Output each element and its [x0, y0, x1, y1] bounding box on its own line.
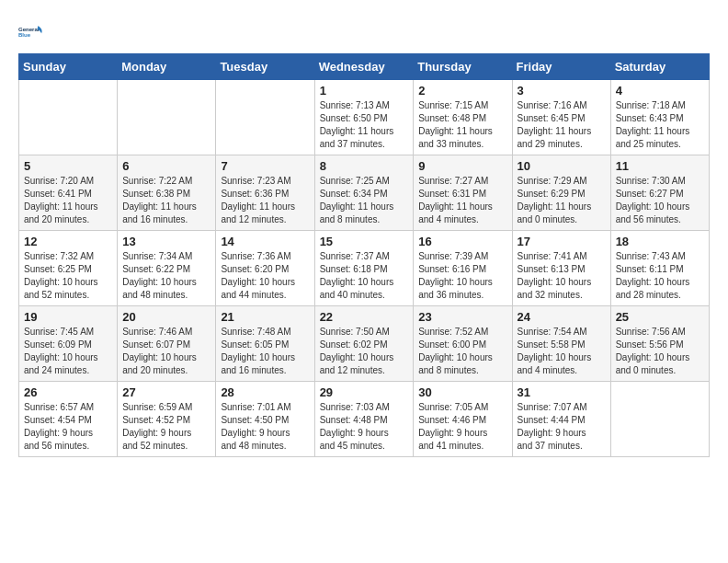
- day-info: Sunrise: 7:05 AM Sunset: 4:46 PM Dayligh…: [418, 401, 506, 453]
- day-number: 13: [122, 235, 210, 248]
- day-cell: 3Sunrise: 7:16 AM Sunset: 6:45 PM Daylig…: [512, 80, 610, 155]
- day-info: Sunrise: 7:45 AM Sunset: 6:09 PM Dayligh…: [24, 326, 112, 377]
- day-cell: 7Sunrise: 7:23 AM Sunset: 6:36 PM Daylig…: [216, 155, 314, 231]
- day-cell: 6Sunrise: 7:22 AM Sunset: 6:38 PM Daylig…: [118, 155, 216, 231]
- day-info: Sunrise: 7:07 AM Sunset: 4:44 PM Dayligh…: [518, 401, 606, 453]
- day-info: Sunrise: 6:59 AM Sunset: 4:52 PM Dayligh…: [122, 401, 210, 453]
- day-info: Sunrise: 7:52 AM Sunset: 6:00 PM Dayligh…: [418, 326, 506, 377]
- day-number: 10: [518, 159, 606, 173]
- day-cell: 17Sunrise: 7:41 AM Sunset: 6:13 PM Dayli…: [512, 231, 610, 306]
- day-number: 8: [320, 159, 409, 173]
- day-cell: 16Sunrise: 7:39 AM Sunset: 6:16 PM Dayli…: [414, 231, 512, 306]
- day-info: Sunrise: 6:57 AM Sunset: 4:54 PM Dayligh…: [24, 401, 112, 453]
- day-number: 21: [221, 310, 309, 324]
- logo-icon: GeneralBlue: [18, 18, 44, 44]
- day-info: Sunrise: 7:03 AM Sunset: 4:48 PM Dayligh…: [320, 401, 409, 453]
- day-cell: 14Sunrise: 7:36 AM Sunset: 6:20 PM Dayli…: [216, 231, 314, 306]
- weekday-tuesday: Tuesday: [216, 54, 314, 80]
- day-number: 24: [518, 310, 606, 324]
- day-number: 3: [518, 84, 606, 98]
- day-cell: [216, 80, 314, 155]
- day-cell: [118, 80, 216, 155]
- day-info: Sunrise: 7:01 AM Sunset: 4:50 PM Dayligh…: [221, 401, 309, 453]
- day-number: 23: [418, 310, 506, 324]
- day-cell: 31Sunrise: 7:07 AM Sunset: 4:44 PM Dayli…: [512, 382, 610, 457]
- day-number: 12: [24, 235, 112, 248]
- day-info: Sunrise: 7:27 AM Sunset: 6:31 PM Dayligh…: [418, 175, 506, 226]
- weekday-monday: Monday: [118, 54, 216, 80]
- day-info: Sunrise: 7:41 AM Sunset: 6:13 PM Dayligh…: [518, 250, 606, 302]
- day-cell: 9Sunrise: 7:27 AM Sunset: 6:31 PM Daylig…: [414, 155, 512, 231]
- day-number: 14: [221, 235, 309, 248]
- calendar: SundayMondayTuesdayWednesdayThursdayFrid…: [18, 53, 710, 457]
- day-cell: 12Sunrise: 7:32 AM Sunset: 6:25 PM Dayli…: [19, 231, 118, 306]
- day-number: 4: [616, 84, 704, 98]
- calendar-body: 1Sunrise: 7:13 AM Sunset: 6:50 PM Daylig…: [19, 80, 710, 457]
- day-number: 19: [24, 310, 112, 324]
- day-info: Sunrise: 7:32 AM Sunset: 6:25 PM Dayligh…: [24, 250, 112, 302]
- week-row-4: 19Sunrise: 7:45 AM Sunset: 6:09 PM Dayli…: [19, 306, 710, 382]
- day-info: Sunrise: 7:29 AM Sunset: 6:29 PM Dayligh…: [518, 175, 606, 226]
- day-number: 9: [418, 159, 506, 173]
- day-cell: 21Sunrise: 7:48 AM Sunset: 6:05 PM Dayli…: [216, 306, 314, 382]
- day-cell: 4Sunrise: 7:18 AM Sunset: 6:43 PM Daylig…: [610, 80, 709, 155]
- day-info: Sunrise: 7:16 AM Sunset: 6:45 PM Dayligh…: [518, 99, 606, 151]
- week-row-1: 1Sunrise: 7:13 AM Sunset: 6:50 PM Daylig…: [19, 80, 710, 155]
- svg-text:General: General: [18, 27, 40, 32]
- day-number: 26: [24, 385, 112, 399]
- day-number: 16: [418, 235, 506, 248]
- day-cell: 18Sunrise: 7:43 AM Sunset: 6:11 PM Dayli…: [610, 231, 709, 306]
- day-number: 1: [320, 84, 409, 98]
- day-info: Sunrise: 7:43 AM Sunset: 6:11 PM Dayligh…: [616, 250, 704, 302]
- day-cell: [19, 80, 118, 155]
- day-info: Sunrise: 7:13 AM Sunset: 6:50 PM Dayligh…: [320, 99, 409, 151]
- day-cell: 28Sunrise: 7:01 AM Sunset: 4:50 PM Dayli…: [216, 382, 314, 457]
- day-number: 30: [418, 385, 506, 399]
- weekday-header-row: SundayMondayTuesdayWednesdayThursdayFrid…: [19, 54, 710, 80]
- week-row-3: 12Sunrise: 7:32 AM Sunset: 6:25 PM Dayli…: [19, 231, 710, 306]
- weekday-saturday: Saturday: [610, 54, 709, 80]
- day-cell: 22Sunrise: 7:50 AM Sunset: 6:02 PM Dayli…: [314, 306, 414, 382]
- weekday-wednesday: Wednesday: [314, 54, 414, 80]
- day-cell: 26Sunrise: 6:57 AM Sunset: 4:54 PM Dayli…: [19, 382, 118, 457]
- logo: GeneralBlue: [18, 18, 44, 44]
- day-cell: [610, 382, 709, 457]
- day-cell: 19Sunrise: 7:45 AM Sunset: 6:09 PM Dayli…: [19, 306, 118, 382]
- day-number: 29: [320, 385, 409, 399]
- day-info: Sunrise: 7:36 AM Sunset: 6:20 PM Dayligh…: [221, 250, 309, 302]
- day-cell: 20Sunrise: 7:46 AM Sunset: 6:07 PM Dayli…: [118, 306, 216, 382]
- day-number: 15: [320, 235, 409, 248]
- day-info: Sunrise: 7:23 AM Sunset: 6:36 PM Dayligh…: [221, 175, 309, 226]
- day-cell: 23Sunrise: 7:52 AM Sunset: 6:00 PM Dayli…: [414, 306, 512, 382]
- day-info: Sunrise: 7:22 AM Sunset: 6:38 PM Dayligh…: [122, 175, 210, 226]
- page-header: GeneralBlue: [18, 18, 710, 44]
- day-info: Sunrise: 7:48 AM Sunset: 6:05 PM Dayligh…: [221, 326, 309, 377]
- day-cell: 30Sunrise: 7:05 AM Sunset: 4:46 PM Dayli…: [414, 382, 512, 457]
- day-cell: 10Sunrise: 7:29 AM Sunset: 6:29 PM Dayli…: [512, 155, 610, 231]
- day-cell: 5Sunrise: 7:20 AM Sunset: 6:41 PM Daylig…: [19, 155, 118, 231]
- weekday-sunday: Sunday: [19, 54, 118, 80]
- day-info: Sunrise: 7:15 AM Sunset: 6:48 PM Dayligh…: [418, 99, 506, 151]
- svg-text:Blue: Blue: [18, 32, 31, 38]
- day-number: 31: [518, 385, 606, 399]
- week-row-5: 26Sunrise: 6:57 AM Sunset: 4:54 PM Dayli…: [19, 382, 710, 457]
- day-cell: 24Sunrise: 7:54 AM Sunset: 5:58 PM Dayli…: [512, 306, 610, 382]
- day-info: Sunrise: 7:30 AM Sunset: 6:27 PM Dayligh…: [616, 175, 704, 226]
- day-number: 20: [122, 310, 210, 324]
- day-cell: 13Sunrise: 7:34 AM Sunset: 6:22 PM Dayli…: [118, 231, 216, 306]
- day-cell: 8Sunrise: 7:25 AM Sunset: 6:34 PM Daylig…: [314, 155, 414, 231]
- day-number: 28: [221, 385, 309, 399]
- day-info: Sunrise: 7:46 AM Sunset: 6:07 PM Dayligh…: [122, 326, 210, 377]
- day-info: Sunrise: 7:54 AM Sunset: 5:58 PM Dayligh…: [518, 326, 606, 377]
- day-number: 25: [616, 310, 704, 324]
- day-info: Sunrise: 7:34 AM Sunset: 6:22 PM Dayligh…: [122, 250, 210, 302]
- day-info: Sunrise: 7:50 AM Sunset: 6:02 PM Dayligh…: [320, 326, 409, 377]
- day-cell: 15Sunrise: 7:37 AM Sunset: 6:18 PM Dayli…: [314, 231, 414, 306]
- day-cell: 27Sunrise: 6:59 AM Sunset: 4:52 PM Dayli…: [118, 382, 216, 457]
- weekday-friday: Friday: [512, 54, 610, 80]
- day-cell: 2Sunrise: 7:15 AM Sunset: 6:48 PM Daylig…: [414, 80, 512, 155]
- day-number: 7: [221, 159, 309, 173]
- day-info: Sunrise: 7:18 AM Sunset: 6:43 PM Dayligh…: [616, 99, 704, 151]
- day-number: 18: [616, 235, 704, 248]
- week-row-2: 5Sunrise: 7:20 AM Sunset: 6:41 PM Daylig…: [19, 155, 710, 231]
